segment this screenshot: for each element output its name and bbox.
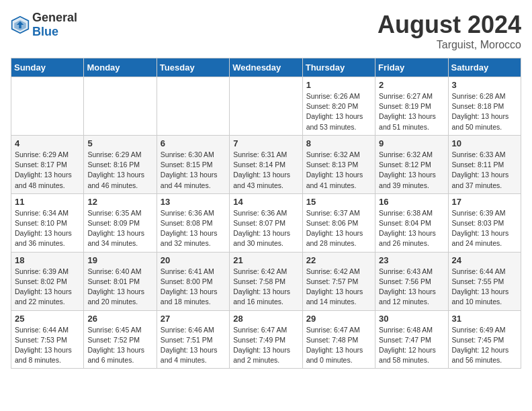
week-row-5: 25Sunrise: 6:44 AM Sunset: 7:53 PM Dayli… [11,310,521,369]
month-year: August 2024 [378,11,521,39]
day-number: 8 [306,138,371,148]
day-info: Sunrise: 6:37 AM Sunset: 8:06 PM Dayligh… [306,208,371,249]
day-number: 2 [379,80,444,90]
calendar-cell: 24Sunrise: 6:44 AM Sunset: 7:55 PM Dayli… [448,252,521,310]
day-number: 13 [161,197,226,207]
day-info: Sunrise: 6:42 AM Sunset: 7:58 PM Dayligh… [233,267,298,308]
calendar-cell: 11Sunrise: 6:34 AM Sunset: 8:10 PM Dayli… [11,193,84,252]
day-info: Sunrise: 6:36 AM Sunset: 8:07 PM Dayligh… [233,208,298,249]
day-info: Sunrise: 6:47 AM Sunset: 7:49 PM Dayligh… [233,325,298,366]
day-number: 16 [379,197,444,207]
day-number: 1 [306,80,371,90]
day-info: Sunrise: 6:32 AM Sunset: 8:12 PM Dayligh… [379,150,444,191]
calendar-cell: 15Sunrise: 6:37 AM Sunset: 8:06 PM Dayli… [302,193,375,252]
day-number: 6 [161,138,226,148]
calendar-cell: 1Sunrise: 6:26 AM Sunset: 8:20 PM Daylig… [302,77,375,136]
day-info: Sunrise: 6:34 AM Sunset: 8:10 PM Dayligh… [15,208,80,249]
calendar-cell: 29Sunrise: 6:47 AM Sunset: 7:48 PM Dayli… [302,310,375,369]
calendar-cell [230,77,302,136]
calendar-cell: 8Sunrise: 6:32 AM Sunset: 8:13 PM Daylig… [302,135,375,193]
calendar-cell: 9Sunrise: 6:32 AM Sunset: 8:12 PM Daylig… [375,135,448,193]
day-info: Sunrise: 6:48 AM Sunset: 7:47 PM Dayligh… [379,325,444,366]
day-number: 23 [379,255,444,265]
calendar-cell [157,77,229,136]
week-row-2: 4Sunrise: 6:29 AM Sunset: 8:17 PM Daylig… [11,135,521,193]
day-info: Sunrise: 6:39 AM Sunset: 8:03 PM Dayligh… [452,208,517,249]
day-info: Sunrise: 6:43 AM Sunset: 7:56 PM Dayligh… [379,267,444,308]
day-number: 11 [15,197,80,207]
day-info: Sunrise: 6:39 AM Sunset: 8:02 PM Dayligh… [15,267,80,308]
calendar-cell: 21Sunrise: 6:42 AM Sunset: 7:58 PM Dayli… [230,252,302,310]
header-row: SundayMondayTuesdayWednesdayThursdayFrid… [11,58,521,77]
day-number: 17 [452,197,517,207]
day-info: Sunrise: 6:44 AM Sunset: 7:55 PM Dayligh… [452,267,517,308]
day-info: Sunrise: 6:31 AM Sunset: 8:14 PM Dayligh… [233,150,298,191]
header-thursday: Thursday [302,58,375,77]
day-number: 12 [87,197,152,207]
day-info: Sunrise: 6:36 AM Sunset: 8:08 PM Dayligh… [161,208,226,249]
calendar-cell: 3Sunrise: 6:28 AM Sunset: 8:18 PM Daylig… [448,77,521,136]
header-saturday: Saturday [448,58,521,77]
calendar-cell: 16Sunrise: 6:38 AM Sunset: 8:04 PM Dayli… [375,193,448,252]
calendar-cell: 5Sunrise: 6:29 AM Sunset: 8:16 PM Daylig… [84,135,157,193]
calendar-cell: 2Sunrise: 6:27 AM Sunset: 8:19 PM Daylig… [375,77,448,136]
calendar-cell: 22Sunrise: 6:42 AM Sunset: 7:57 PM Dayli… [302,252,375,310]
day-info: Sunrise: 6:27 AM Sunset: 8:19 PM Dayligh… [379,91,444,132]
day-info: Sunrise: 6:44 AM Sunset: 7:53 PM Dayligh… [15,325,80,366]
calendar-cell: 23Sunrise: 6:43 AM Sunset: 7:56 PM Dayli… [375,252,448,310]
calendar-cell: 19Sunrise: 6:40 AM Sunset: 8:01 PM Dayli… [84,252,157,310]
logo-text: General Blue [32,11,77,39]
day-info: Sunrise: 6:29 AM Sunset: 8:17 PM Dayligh… [15,150,80,191]
day-number: 10 [452,138,517,148]
calendar-header: SundayMondayTuesdayWednesdayThursdayFrid… [11,58,521,77]
day-number: 3 [452,80,517,90]
day-number: 4 [15,138,80,148]
day-number: 21 [233,255,298,265]
calendar-cell: 13Sunrise: 6:36 AM Sunset: 8:08 PM Dayli… [157,193,229,252]
day-number: 14 [233,197,298,207]
calendar-cell: 14Sunrise: 6:36 AM Sunset: 8:07 PM Dayli… [230,193,302,252]
day-info: Sunrise: 6:41 AM Sunset: 8:00 PM Dayligh… [161,267,226,308]
calendar-cell: 6Sunrise: 6:30 AM Sunset: 8:15 PM Daylig… [157,135,229,193]
day-number: 20 [161,255,226,265]
day-info: Sunrise: 6:32 AM Sunset: 8:13 PM Dayligh… [306,150,371,191]
calendar-cell: 18Sunrise: 6:39 AM Sunset: 8:02 PM Dayli… [11,252,84,310]
day-info: Sunrise: 6:30 AM Sunset: 8:15 PM Dayligh… [161,150,226,191]
day-number: 24 [452,255,517,265]
calendar-cell: 17Sunrise: 6:39 AM Sunset: 8:03 PM Dayli… [448,193,521,252]
day-number: 29 [306,314,371,324]
day-number: 15 [306,197,371,207]
calendar-cell: 30Sunrise: 6:48 AM Sunset: 7:47 PM Dayli… [375,310,448,369]
calendar-cell [84,77,157,136]
calendar-cell: 25Sunrise: 6:44 AM Sunset: 7:53 PM Dayli… [11,310,84,369]
calendar-cell: 4Sunrise: 6:29 AM Sunset: 8:17 PM Daylig… [11,135,84,193]
day-info: Sunrise: 6:28 AM Sunset: 8:18 PM Dayligh… [452,91,517,132]
header-sunday: Sunday [11,58,84,77]
day-number: 31 [452,314,517,324]
day-number: 25 [15,314,80,324]
day-number: 18 [15,255,80,265]
day-info: Sunrise: 6:49 AM Sunset: 7:45 PM Dayligh… [452,325,517,366]
calendar-body: 1Sunrise: 6:26 AM Sunset: 8:20 PM Daylig… [11,77,521,369]
header-wednesday: Wednesday [230,58,302,77]
day-number: 7 [233,138,298,148]
day-number: 28 [233,314,298,324]
day-info: Sunrise: 6:45 AM Sunset: 7:52 PM Dayligh… [87,325,152,366]
title-block: August 2024 Targuist, Morocco [378,11,521,51]
header-monday: Monday [84,58,157,77]
calendar-cell: 12Sunrise: 6:35 AM Sunset: 8:09 PM Dayli… [84,193,157,252]
day-info: Sunrise: 6:29 AM Sunset: 8:16 PM Dayligh… [87,150,152,191]
calendar-cell: 10Sunrise: 6:33 AM Sunset: 8:11 PM Dayli… [448,135,521,193]
day-info: Sunrise: 6:47 AM Sunset: 7:48 PM Dayligh… [306,325,371,366]
day-info: Sunrise: 6:26 AM Sunset: 8:20 PM Dayligh… [306,91,371,132]
calendar-cell [11,77,84,136]
calendar-cell: 20Sunrise: 6:41 AM Sunset: 8:00 PM Dayli… [157,252,229,310]
day-number: 27 [161,314,226,324]
day-info: Sunrise: 6:46 AM Sunset: 7:51 PM Dayligh… [161,325,226,366]
calendar-cell: 28Sunrise: 6:47 AM Sunset: 7:49 PM Dayli… [230,310,302,369]
day-info: Sunrise: 6:35 AM Sunset: 8:09 PM Dayligh… [87,208,152,249]
week-row-4: 18Sunrise: 6:39 AM Sunset: 8:02 PM Dayli… [11,252,521,310]
day-info: Sunrise: 6:40 AM Sunset: 8:01 PM Dayligh… [87,267,152,308]
day-number: 9 [379,138,444,148]
day-number: 26 [87,314,152,324]
